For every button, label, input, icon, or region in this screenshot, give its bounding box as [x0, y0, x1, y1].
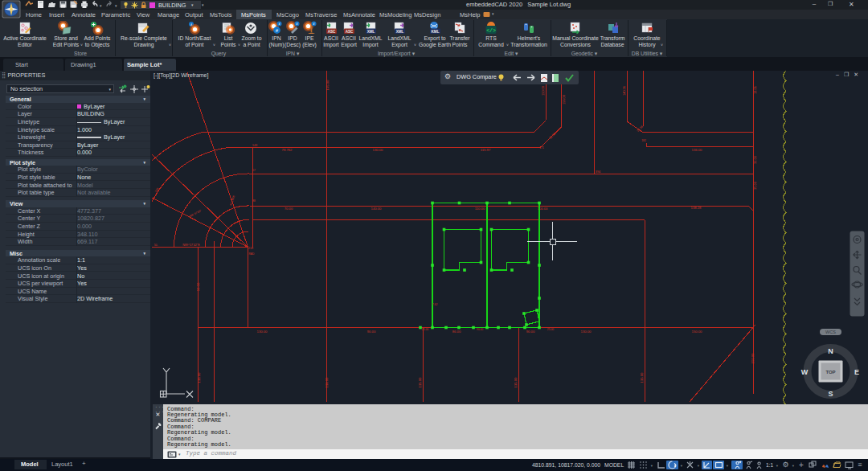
svg-text:50.: 50. [154, 244, 158, 247]
svg-text:78.762: 78.762 [282, 148, 293, 152]
svg-text:25.00: 25.00 [422, 328, 429, 331]
svg-text:130.00: 130.00 [581, 330, 592, 334]
svg-text:171: 171 [539, 146, 544, 149]
svg-text:XML: XML [396, 30, 404, 34]
svg-text:138.00: 138.00 [197, 372, 201, 383]
svg-text:150.00: 150.00 [542, 86, 545, 96]
svg-text:W: W [801, 368, 809, 376]
svg-text:88: 88 [252, 199, 256, 203]
svg-text:KML: KML [432, 30, 440, 34]
svg-text:28.28: 28.28 [549, 133, 557, 141]
svg-text:150.00: 150.00 [692, 330, 702, 334]
svg-text:145.00: 145.00 [326, 80, 330, 90]
svg-text:138.28: 138.28 [691, 206, 702, 210]
svg-text:90.00: 90.00 [477, 328, 484, 331]
svg-text:E: E [854, 368, 859, 376]
svg-text:36.00: 36.00 [753, 155, 757, 164]
svg-text:ASC: ASC [346, 30, 354, 34]
svg-text:90.00: 90.00 [367, 330, 376, 334]
svg-text:130.00: 130.00 [257, 330, 268, 334]
svg-text:110.00: 110.00 [475, 207, 485, 211]
svg-text:35.00: 35.00 [753, 181, 757, 190]
svg-text:182: 182 [641, 139, 646, 142]
svg-text:TOP: TOP [825, 370, 835, 375]
svg-text:156.00: 156.00 [563, 95, 566, 104]
svg-text:N88°37'42": N88°37'42" [188, 209, 203, 219]
svg-text:N89°57′42″E: N89°57′42″E [182, 244, 200, 247]
svg-text:28.38: 28.38 [637, 125, 645, 133]
svg-text:N: N [828, 347, 833, 355]
svg-text:</>: </> [486, 28, 496, 34]
svg-text:140.36: 140.36 [623, 86, 626, 96]
svg-text:135.00: 135.00 [514, 377, 518, 387]
svg-text:115.97: 115.97 [481, 148, 491, 152]
svg-text:135.00: 135.00 [640, 372, 644, 383]
svg-text:90.00: 90.00 [526, 330, 535, 334]
svg-text:XML: XML [367, 30, 375, 34]
svg-text:18.06: 18.06 [754, 86, 757, 94]
svg-text:70.00: 70.00 [285, 207, 293, 211]
svg-text:25.00: 25.00 [547, 328, 555, 331]
svg-text:218: 218 [248, 247, 253, 250]
svg-text:135.00: 135.00 [418, 377, 422, 387]
svg-text:143: 143 [252, 144, 257, 147]
svg-text:S: S [828, 390, 833, 398]
svg-text:228: 228 [154, 187, 159, 193]
svg-text:ASC: ASC [328, 30, 336, 34]
svg-text:136.00: 136.00 [692, 148, 702, 152]
svg-text:138.00: 138.00 [325, 377, 329, 387]
svg-text:90.00: 90.00 [196, 282, 200, 291]
svg-text:150.00: 150.00 [751, 353, 755, 363]
svg-text:RAD: RAD [248, 252, 255, 256]
svg-text:43.1888: 43.1888 [229, 195, 235, 207]
svg-text:130.00: 130.00 [373, 148, 383, 152]
svg-text:57: 57 [252, 169, 256, 172]
svg-text:394: 394 [596, 170, 600, 174]
svg-text:86.00: 86.00 [452, 330, 461, 334]
svg-text:140.00: 140.00 [371, 207, 382, 211]
svg-text:7.62: 7.62 [432, 303, 438, 306]
